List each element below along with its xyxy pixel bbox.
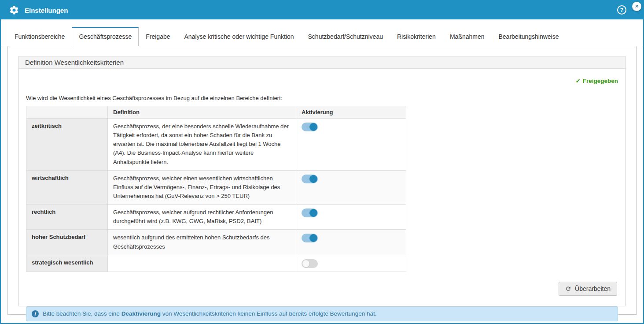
row-definition: Geschäftsprozess, der eine besonders sch…: [108, 119, 296, 171]
info-message: Bitte beachten Sie, dass eine Deaktivier…: [43, 310, 376, 317]
panel-body: ✔Freigegeben Wie wird die Wesentlichkeit…: [19, 69, 625, 324]
tab-bearbeitungshinweise[interactable]: Bearbeitungshinweise: [492, 27, 566, 46]
column-header-aktivierung: Aktivierung: [296, 106, 406, 119]
row-label: strategisch wesentlich: [26, 255, 108, 272]
panel-title: Definition Wesentlichkeitskriterien: [19, 56, 625, 69]
intro-text: Wie wird die Wesentlichkeit eines Geschä…: [26, 95, 618, 101]
column-header-definition: Definition: [108, 106, 296, 119]
criteria-table: Definition Aktivierung zeitkritisch Gesc…: [26, 106, 406, 272]
column-header-empty: [26, 106, 108, 119]
ueberarbeiten-button-label: Überarbeiten: [575, 285, 611, 292]
tab-geschaeftsprozesse[interactable]: Geschäftsprozesse: [72, 27, 139, 46]
row-label: wirtschaftlich: [26, 170, 108, 204]
toggle-rechtlich[interactable]: [302, 209, 318, 217]
table-row-zeitkritisch: zeitkritisch Geschäftsprozess, der eine …: [26, 119, 406, 171]
toggle-knob: [309, 234, 317, 242]
refresh-icon: [565, 286, 571, 292]
table-header-row: Definition Aktivierung: [26, 106, 406, 119]
toggle-wirtschaftlich[interactable]: [302, 175, 318, 183]
toggle-strategisch-wesentlich[interactable]: [302, 259, 318, 268]
help-button[interactable]: ?: [617, 5, 626, 15]
info-bar: i Bitte beachten Sie, dass eine Deaktivi…: [26, 306, 618, 321]
window-title: Einstellungen: [25, 7, 68, 14]
table-row-rechtlich: rechtlich Geschäftsprozess, welcher aufg…: [26, 205, 406, 230]
row-label: hoher Schutzbedarf: [26, 230, 108, 255]
table-row-hoher-schutzbedarf: hoher Schutzbedarf wesentlich aufgrund d…: [26, 230, 406, 255]
tab-content-pane: Definition Wesentlichkeitskriterien ✔Fre…: [7, 46, 637, 315]
row-definition: Geschäftsprozess, welcher einen wesentli…: [108, 170, 296, 204]
row-label: rechtlich: [26, 205, 108, 230]
status-badge: ✔Freigegeben: [26, 78, 618, 84]
gear-icon: [9, 5, 19, 15]
row-definition: [108, 255, 296, 272]
status-label: Freigegeben: [583, 78, 618, 84]
row-definition: wesentlich aufgrund des ermittelten hohe…: [108, 230, 296, 255]
toggle-zeitkritisch[interactable]: [302, 123, 318, 131]
close-button[interactable]: ✕: [632, 2, 641, 11]
toggle-knob: [309, 123, 317, 131]
info-icon: i: [32, 310, 39, 317]
row-activation-cell: [296, 255, 406, 272]
toggle-knob: [309, 175, 317, 183]
toggle-hoher-schutzbedarf[interactable]: [302, 234, 318, 242]
ueberarbeiten-button[interactable]: Überarbeiten: [559, 282, 617, 296]
tab-massnahmen[interactable]: Maßnahmen: [443, 27, 492, 46]
tab-schutzbedarf-schutzniveau[interactable]: Schutzbedarf/Schutzniveau: [301, 27, 390, 46]
tab-funktionsbereiche[interactable]: Funktionsbereiche: [7, 27, 72, 46]
tab-freigabe[interactable]: Freigabe: [139, 27, 177, 46]
tab-bar: Funktionsbereiche Geschäftsprozesse Frei…: [1, 19, 643, 46]
row-activation-cell: [296, 170, 406, 204]
row-activation-cell: [296, 205, 406, 230]
toggle-knob: [309, 209, 317, 217]
table-row-wirtschaftlich: wirtschaftlich Geschäftsprozess, welcher…: [26, 170, 406, 204]
titlebar: Einstellungen ?: [1, 1, 643, 19]
row-label: zeitkritisch: [26, 119, 108, 171]
check-icon: ✔: [576, 78, 581, 84]
settings-window: Einstellungen ? ✕ Funktionsbereiche Gesc…: [0, 0, 644, 324]
row-activation-cell: [296, 119, 406, 171]
table-row-strategisch-wesentlich: strategisch wesentlich: [26, 255, 406, 272]
row-definition: Geschäftsprozess, welcher aufgrund recht…: [108, 205, 296, 230]
button-row: Überarbeiten: [26, 282, 618, 296]
toggle-knob: [302, 260, 310, 268]
definition-panel: Definition Wesentlichkeitskriterien ✔Fre…: [18, 56, 626, 306]
row-activation-cell: [296, 230, 406, 255]
tab-risikokriterien[interactable]: Risikokriterien: [390, 27, 443, 46]
tab-analyse-kritische-funktion[interactable]: Analyse kritische oder wichtige Funktion: [177, 27, 301, 46]
